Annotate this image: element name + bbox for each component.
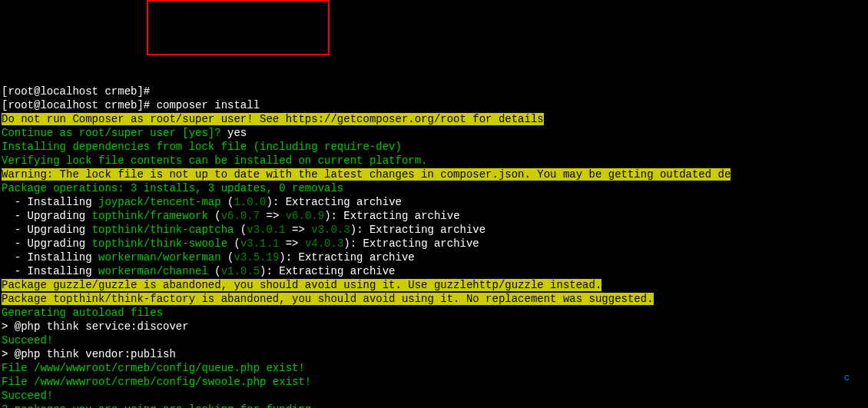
continue-answer: yes <box>227 127 247 139</box>
succeed: Succeed! <box>2 390 53 402</box>
highlight-box <box>147 0 330 55</box>
prompt: [root@localhost crmeb]# <box>2 85 157 98</box>
op-line: - Installing workerman/channel (v1.0.5):… <box>2 265 396 277</box>
funding: 2 packages you are using are looking for… <box>2 403 318 408</box>
package-ops: Package operations: 3 installs, 3 update… <box>2 182 343 194</box>
gen-autoload: Generating autoload files <box>2 307 163 319</box>
abandoned-warning: Package topthink/think-factory is abando… <box>2 293 654 305</box>
continue-prompt: Continue as root/super user [yes]? <box>2 127 227 139</box>
op-line: - Upgrading topthink/framework (v6.0.7 =… <box>2 210 460 222</box>
terminal[interactable]: [root@localhost crmeb]# [root@localhost … <box>2 85 866 408</box>
file-exist: File /www/wwwroot/crmeb/config/queue.php… <box>2 362 305 374</box>
abandoned-warning: Package guzzle/guzzle is abandoned, you … <box>2 279 601 291</box>
op-line: - Upgrading topthink/think-swoole (v3.1.… <box>2 237 479 250</box>
prompt: [root@localhost crmeb]# <box>2 99 157 111</box>
installing-deps: Installing dependencies from lock file (… <box>2 141 402 153</box>
corner-indicator: c <box>844 371 850 385</box>
warning-root: Do not run Composer as root/super user! … <box>2 113 544 125</box>
verifying: Verifying lock file contents can be inst… <box>2 154 428 167</box>
warning-lock: Warning: The lock file is not up to date… <box>2 168 731 181</box>
script-line: > @php think vendor:publish <box>2 348 176 360</box>
op-line: - Installing workerman/workerman (v3.5.1… <box>2 251 415 264</box>
script-line: > @php think service:discover <box>2 320 189 333</box>
command-text: composer install <box>157 99 260 111</box>
file-exist: File /www/wwwroot/crmeb/config/swoole.ph… <box>2 376 311 388</box>
op-line: - Installing joypack/tencent-map (1.0.0)… <box>2 196 402 208</box>
op-line: - Upgrading topthink/think-captcha (v3.0… <box>2 224 485 236</box>
succeed: Succeed! <box>2 334 53 347</box>
